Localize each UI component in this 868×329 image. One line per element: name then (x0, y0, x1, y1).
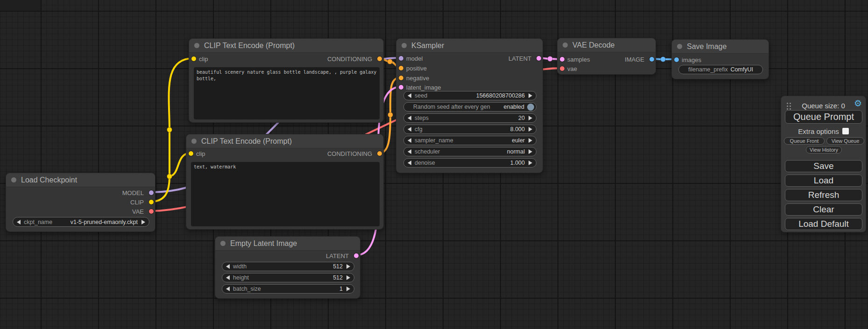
widget-filename-prefix[interactable]: filename_prefix ComfyUI (678, 65, 763, 74)
node-empty-latent-image[interactable]: Empty Latent Image LATENT width 512 heig… (215, 236, 360, 299)
prev-option-arrow-icon[interactable] (408, 138, 411, 143)
view-history-button[interactable]: View History (806, 146, 842, 154)
output-label-image: IMAGE (625, 56, 644, 63)
node-load-checkpoint[interactable]: Load Checkpoint MODEL CLIP VAE ckpt_name… (6, 173, 155, 232)
input-slot-samples[interactable] (560, 57, 565, 62)
decrement-arrow-icon[interactable] (408, 116, 411, 120)
widget-label: ckpt_name (24, 219, 52, 225)
increment-arrow-icon[interactable] (346, 264, 350, 269)
widget-height[interactable]: height 512 (222, 273, 354, 282)
node-save-image[interactable]: Save Image images filename_prefix ComfyU… (671, 39, 769, 79)
toggle-dot-icon[interactable] (527, 104, 534, 111)
collapse-dot-icon[interactable] (11, 177, 16, 182)
input-slot-clip[interactable] (191, 56, 196, 61)
output-slot-latent[interactable] (536, 56, 541, 61)
widget-label: cfg (415, 126, 423, 133)
widget-steps[interactable]: steps 20 (403, 113, 536, 123)
input-slot-images[interactable] (674, 57, 679, 62)
input-slot-negative[interactable] (399, 76, 403, 80)
queue-panel: Queue size: 0 ⚙ Queue Prompt Extra optio… (781, 96, 866, 232)
node-title-bar[interactable]: CLIP Text Encode (Prompt) (189, 39, 383, 53)
load-default-button[interactable]: Load Default (785, 218, 862, 230)
prev-option-arrow-icon[interactable] (17, 220, 21, 224)
view-queue-button[interactable]: View Queue (826, 137, 864, 145)
input-slot-model[interactable] (399, 56, 403, 61)
input-label-clip: clip (199, 56, 208, 62)
positive-prompt-textarea[interactable]: beautiful scenery nature glass bottle la… (194, 67, 380, 119)
next-option-arrow-icon[interactable] (529, 149, 532, 154)
widget-ckpt-name[interactable]: ckpt_name v1-5-pruned-emaonly.ckpt (13, 217, 149, 227)
node-title: CLIP Text Encode (Prompt) (204, 42, 295, 50)
node-title-bar[interactable]: VAE Decode (557, 38, 656, 52)
increment-arrow-icon[interactable] (346, 287, 350, 291)
reroute-dot-image (661, 57, 666, 62)
node-vae-decode[interactable]: VAE Decode samples vae IMAGE (557, 38, 656, 75)
collapse-dot-icon[interactable] (191, 139, 197, 144)
node-clip-text-encode-negative[interactable]: CLIP Text Encode (Prompt) clip CONDITION… (186, 134, 384, 230)
widget-cfg[interactable]: cfg 8.000 (403, 125, 536, 134)
queue-prompt-button[interactable]: Queue Prompt (785, 110, 862, 124)
negative-prompt-textarea[interactable]: text, watermark (191, 162, 380, 226)
input-slot-latent-image[interactable] (399, 85, 403, 90)
widget-random-seed-toggle[interactable]: Random seed after every gen enabled (403, 102, 536, 112)
widget-value: 20 (518, 115, 525, 121)
settings-gear-icon[interactable]: ⚙ (854, 99, 862, 108)
prev-option-arrow-icon[interactable] (408, 149, 411, 154)
node-title-bar[interactable]: KSampler (396, 39, 543, 53)
widget-sampler-name[interactable]: sampler_name euler (403, 136, 536, 145)
increment-arrow-icon[interactable] (529, 93, 532, 98)
node-graph-canvas[interactable]: CLIP Text Encode (Prompt) clip CONDITION… (0, 0, 868, 329)
decrement-arrow-icon[interactable] (408, 93, 411, 98)
node-title-bar[interactable]: Load Checkpoint (6, 173, 155, 187)
node-title-bar[interactable]: Save Image (672, 40, 769, 54)
decrement-arrow-icon[interactable] (226, 264, 230, 269)
collapse-dot-icon[interactable] (563, 42, 568, 48)
output-slot-conditioning[interactable] (377, 56, 382, 61)
extra-options-checkbox[interactable] (842, 128, 849, 134)
collapse-dot-icon[interactable] (194, 43, 199, 48)
widget-value: 512 (333, 274, 343, 281)
output-slot-conditioning[interactable] (377, 151, 382, 156)
input-label-samples: samples (567, 56, 590, 63)
next-option-arrow-icon[interactable] (141, 220, 145, 224)
decrement-arrow-icon[interactable] (408, 161, 411, 165)
node-title-bar[interactable]: CLIP Text Encode (Prompt) (186, 134, 383, 148)
widget-value: 8.000 (510, 126, 525, 133)
next-option-arrow-icon[interactable] (529, 138, 532, 143)
collapse-dot-icon[interactable] (402, 43, 407, 48)
increment-arrow-icon[interactable] (529, 127, 532, 132)
input-label-vae: vae (567, 66, 577, 72)
input-slot-clip[interactable] (189, 151, 193, 156)
increment-arrow-icon[interactable] (346, 275, 350, 280)
decrement-arrow-icon[interactable] (226, 275, 230, 280)
decrement-arrow-icon[interactable] (226, 287, 230, 291)
load-button[interactable]: Load (785, 175, 862, 187)
output-slot-latent[interactable] (354, 253, 359, 258)
increment-arrow-icon[interactable] (529, 116, 532, 120)
widget-denoise[interactable]: denoise 1.000 (403, 158, 536, 168)
increment-arrow-icon[interactable] (529, 161, 532, 165)
collapse-dot-icon[interactable] (220, 241, 226, 246)
output-slot-model[interactable] (149, 190, 154, 195)
refresh-button[interactable]: Refresh (785, 189, 862, 201)
output-slot-clip[interactable] (149, 200, 154, 204)
clear-button[interactable]: Clear (785, 203, 862, 216)
queue-front-button[interactable]: Queue Front (784, 137, 825, 145)
widget-label: batch_size (233, 286, 261, 292)
decrement-arrow-icon[interactable] (408, 127, 411, 132)
widget-width[interactable]: width 512 (222, 262, 354, 271)
node-ksampler[interactable]: KSampler model positive negative latent_… (396, 38, 543, 173)
node-clip-text-encode-positive[interactable]: CLIP Text Encode (Prompt) clip CONDITION… (189, 38, 384, 123)
output-slot-vae[interactable] (149, 209, 154, 214)
input-label-clip: clip (196, 151, 205, 157)
output-slot-image[interactable] (649, 57, 654, 62)
widget-batch-size[interactable]: batch_size 1 (222, 284, 354, 294)
widget-scheduler[interactable]: scheduler normal (403, 147, 536, 156)
collapse-dot-icon[interactable] (677, 44, 682, 49)
node-title-bar[interactable]: Empty Latent Image (215, 237, 360, 251)
input-slot-vae[interactable] (560, 66, 565, 71)
save-button[interactable]: Save (785, 160, 862, 172)
widget-label: steps (415, 115, 429, 121)
input-slot-positive[interactable] (399, 66, 403, 70)
widget-seed[interactable]: seed 156680208700286 (403, 91, 536, 100)
